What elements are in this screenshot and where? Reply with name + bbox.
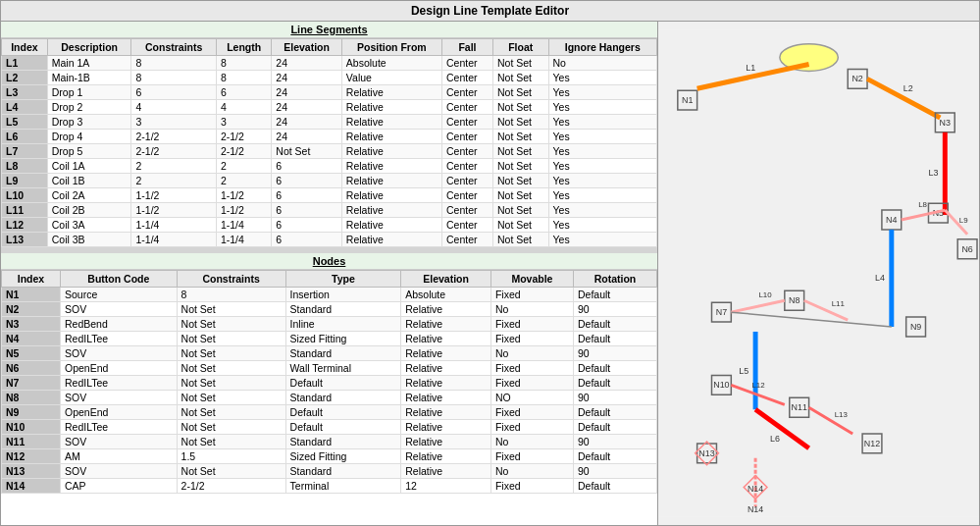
ls-cell-7: Yes [548, 71, 657, 85]
ls-cell-7: Yes [548, 188, 657, 203]
n-cell-index: N4 [2, 332, 61, 346]
n-cell-1: Not Set [177, 376, 285, 391]
ls-cell-0: Drop 1 [47, 85, 131, 100]
ls-cell-6: Not Set [492, 159, 548, 174]
n-cell-3: Relative [401, 361, 491, 376]
n-cell-2: Standard [285, 302, 401, 317]
n-cell-5: Default [573, 332, 656, 346]
n-cell-2: Inline [285, 317, 401, 332]
ls-cell-2: 1-1/4 [216, 233, 271, 247]
n-cell-0: SOV [61, 464, 178, 479]
ls-cell-1: 2-1/2 [131, 130, 216, 144]
n-cell-1: Not Set [177, 317, 285, 332]
ls-cell-index: L4 [2, 100, 48, 115]
ls-cell-index: L13 [2, 233, 48, 247]
table-row: L5Drop 33324RelativeCenterNot SetYes [2, 115, 657, 130]
table-row: L11Coil 2B1-1/21-1/26RelativeCenterNot S… [2, 203, 657, 218]
svg-text:L4: L4 [875, 273, 885, 283]
table-row: N6OpenEndNot SetWall TerminalRelativeFix… [2, 361, 657, 376]
ls-cell-4: Value [341, 71, 441, 85]
ls-col-index: Index [2, 39, 48, 56]
n-cell-3: Relative [401, 302, 491, 317]
ls-cell-index: L10 [2, 188, 48, 203]
nodes-table: Index Button Code Constraints Type Eleva… [1, 270, 657, 494]
ls-cell-4: Relative [341, 188, 441, 203]
table-row: L1Main 1A8824AbsoluteCenterNot SetNo [2, 56, 657, 71]
n-cell-5: 90 [573, 302, 656, 317]
table-row: N13SOVNot SetStandardRelativeNo90 [2, 464, 657, 479]
ls-cell-2: 8 [216, 56, 271, 71]
ls-cell-6: Not Set [492, 71, 548, 85]
n-cell-2: Default [285, 376, 401, 391]
ls-cell-4: Relative [341, 100, 441, 115]
n-cell-2: Standard [285, 464, 401, 479]
main-container: Design Line Template Editor Line Segment… [0, 0, 980, 526]
ls-cell-6: Not Set [492, 174, 548, 188]
ls-cell-5: Center [441, 115, 492, 130]
n-cell-0: Source [61, 288, 178, 302]
ls-cell-7: Yes [548, 203, 657, 218]
ls-cell-index: L8 [2, 159, 48, 174]
ls-cell-7: Yes [548, 218, 657, 233]
n-cell-5: Default [573, 405, 656, 420]
ls-cell-2: 2-1/2 [216, 144, 271, 159]
n-cell-4: Fixed [490, 479, 573, 494]
ls-cell-0: Coil 1B [47, 174, 131, 188]
svg-text:L11: L11 [832, 299, 846, 308]
n-cell-0: RedBend [61, 317, 178, 332]
n-cell-5: Default [573, 361, 656, 376]
ls-cell-5: Center [441, 203, 492, 218]
svg-text:L13: L13 [835, 410, 849, 419]
ls-cell-2: 1-1/4 [216, 218, 271, 233]
table-row: N9OpenEndNot SetDefaultRelativeFixedDefa… [2, 405, 657, 420]
table-row: N10RedILTeeNot SetDefaultRelativeFixedDe… [2, 420, 657, 435]
ls-cell-0: Coil 1A [47, 159, 131, 174]
left-panel: Line Segments Index Description Constrai… [1, 22, 658, 525]
table-row: L6Drop 42-1/22-1/224RelativeCenterNot Se… [2, 130, 657, 144]
n-cell-5: 90 [573, 464, 656, 479]
n-cell-0: RedILTee [61, 332, 178, 346]
ls-cell-4: Relative [341, 115, 441, 130]
ls-cell-3: 6 [272, 159, 341, 174]
n-cell-1: Not Set [177, 464, 285, 479]
ls-col-description: Description [47, 39, 131, 56]
ls-cell-6: Not Set [492, 85, 548, 100]
n-col-constraints: Constraints [177, 271, 285, 288]
n-cell-1: Not Set [177, 302, 285, 317]
ls-cell-2: 1-1/2 [216, 203, 271, 218]
ls-cell-2: 4 [216, 100, 271, 115]
ls-cell-4: Relative [341, 85, 441, 100]
svg-text:N3: N3 [940, 118, 951, 128]
n-cell-0: OpenEnd [61, 405, 178, 420]
n-col-movable: Movable [490, 271, 573, 288]
n-cell-1: Not Set [177, 361, 285, 376]
n-cell-0: CAP [61, 479, 178, 494]
n-cell-4: Fixed [490, 420, 573, 435]
n-cell-5: Default [573, 479, 656, 494]
table-row: L3Drop 16624RelativeCenterNot SetYes [2, 85, 657, 100]
ls-cell-6: Not Set [492, 100, 548, 115]
right-panel: N1 L1 N2 L2 N3 L3 N4 [658, 22, 979, 525]
ls-cell-2: 2 [216, 174, 271, 188]
ls-cell-4: Relative [341, 203, 441, 218]
ls-cell-0: Coil 3A [47, 218, 131, 233]
n-cell-4: Fixed [490, 288, 573, 302]
n-cell-4: No [490, 346, 573, 361]
svg-text:L12: L12 [751, 381, 764, 390]
ls-cell-2: 8 [216, 71, 271, 85]
svg-text:L8: L8 [918, 200, 927, 209]
n-cell-index: N6 [2, 361, 61, 376]
ls-cell-6: Not Set [492, 218, 548, 233]
table-row: N7RedILTeeNot SetDefaultRelativeFixedDef… [2, 376, 657, 391]
n-cell-1: Not Set [177, 391, 285, 405]
n-cell-2: Insertion [285, 288, 401, 302]
ls-cell-4: Relative [341, 218, 441, 233]
n-cell-2: Sized Fitting [285, 332, 401, 346]
line-segments-table: Index Description Constraints Length Ele… [1, 38, 657, 247]
table-row: N8SOVNot SetStandardRelativeNO90 [2, 391, 657, 405]
n-cell-index: N10 [2, 420, 61, 435]
n-cell-4: No [490, 464, 573, 479]
n-cell-3: 12 [401, 479, 491, 494]
ls-cell-6: Not Set [492, 115, 548, 130]
ls-col-length: Length [216, 39, 271, 56]
